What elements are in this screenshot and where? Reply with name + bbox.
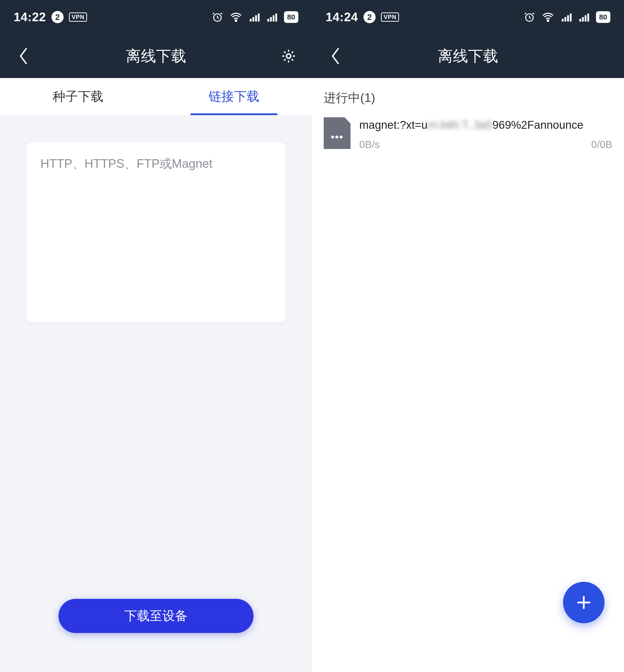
- vpn-icon: VPN: [69, 12, 87, 22]
- status-bar-right: 14:24 2 VPN 80: [312, 0, 624, 34]
- signal-icon-2: [578, 12, 589, 22]
- tab-seed-download[interactable]: 种子下载: [0, 78, 156, 115]
- in-progress-label: 进行中(1): [312, 78, 624, 113]
- nav-bar-left: 离线下载: [0, 34, 312, 78]
- svg-rect-14: [564, 17, 566, 22]
- alarm-icon: [212, 11, 223, 23]
- tabs: 种子下载 链接下载: [0, 78, 312, 115]
- alarm-icon: [524, 11, 535, 23]
- status-time: 14:24: [326, 10, 358, 24]
- svg-rect-3: [252, 17, 254, 22]
- url-input-placeholder: HTTP、HTTPS、FTP或Magnet: [41, 156, 271, 172]
- battery-icon: 80: [596, 11, 610, 23]
- svg-point-10: [286, 54, 291, 58]
- svg-rect-4: [255, 15, 257, 22]
- svg-point-1: [235, 20, 237, 22]
- back-button[interactable]: [326, 46, 345, 66]
- status-notif-badge: 2: [363, 11, 375, 23]
- settings-button[interactable]: [279, 46, 298, 66]
- svg-rect-15: [567, 15, 569, 22]
- nav-bar-right: 离线下载: [312, 34, 624, 78]
- svg-rect-20: [587, 14, 589, 22]
- back-button[interactable]: [14, 46, 33, 66]
- signal-icon-2: [266, 12, 277, 22]
- svg-rect-8: [272, 15, 274, 22]
- status-notif-badge: 2: [51, 11, 63, 23]
- svg-point-12: [547, 20, 549, 22]
- download-to-device-button[interactable]: 下载至设备: [58, 599, 254, 633]
- signal-icon-1: [561, 12, 572, 22]
- svg-rect-6: [267, 19, 269, 22]
- battery-icon: 80: [284, 11, 298, 23]
- svg-rect-2: [250, 19, 251, 22]
- status-time: 14:22: [14, 10, 46, 24]
- wifi-icon: [542, 11, 554, 23]
- status-bar-left: 14:22 2 VPN 80: [0, 0, 312, 34]
- svg-rect-17: [579, 19, 581, 22]
- svg-rect-19: [584, 15, 586, 22]
- page-title: 离线下载: [312, 46, 624, 66]
- url-input[interactable]: HTTP、HTTPS、FTP或Magnet: [27, 142, 285, 322]
- task-speed: 0B/s: [359, 139, 380, 151]
- task-progress: 0/0B: [591, 139, 612, 151]
- file-icon: [324, 117, 350, 149]
- signal-icon-1: [249, 12, 260, 22]
- svg-rect-7: [270, 17, 271, 22]
- page-title: 离线下载: [0, 46, 312, 66]
- wifi-icon: [230, 11, 242, 23]
- svg-rect-5: [258, 14, 259, 22]
- download-task-item[interactable]: magnet:?xt=urn:btih:T..3a5969%2Fannounce…: [312, 113, 624, 154]
- svg-rect-18: [582, 17, 583, 22]
- vpn-icon: VPN: [381, 12, 399, 22]
- svg-rect-9: [275, 14, 277, 22]
- task-title: magnet:?xt=urn:btih:T..3a5969%2Fannounce: [359, 117, 612, 132]
- add-task-button[interactable]: [563, 582, 604, 623]
- svg-rect-13: [562, 19, 563, 22]
- svg-rect-16: [570, 14, 571, 22]
- tab-link-download[interactable]: 链接下载: [156, 78, 312, 115]
